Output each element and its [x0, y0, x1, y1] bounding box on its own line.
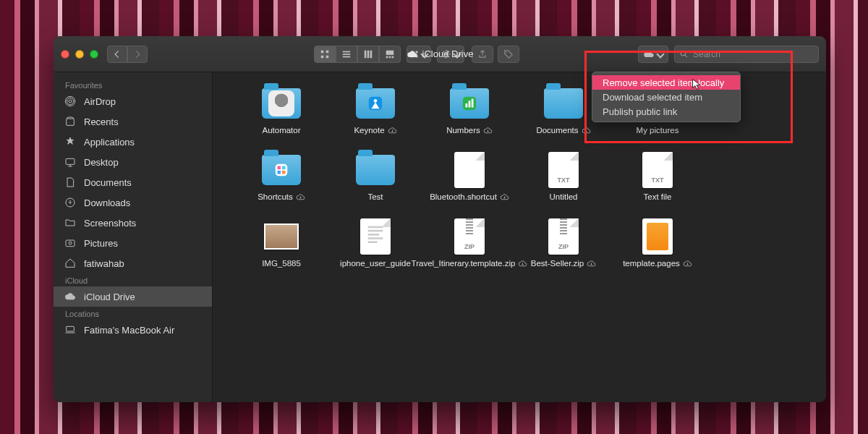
svg-rect-33	[466, 103, 468, 108]
automator-app-icon	[268, 90, 294, 116]
file-item[interactable]: Bluetooth.shortcut	[422, 152, 516, 203]
svg-rect-15	[416, 51, 418, 53]
file-label: Test	[367, 192, 383, 203]
menu-item-publish-link[interactable]: Publish public link	[592, 104, 740, 119]
sidebar-item-screenshots[interactable]: Screenshots	[54, 213, 212, 233]
file-item[interactable]: ZIPTravel_Itinerary.template.zip	[422, 218, 516, 269]
airdrop-icon	[64, 95, 76, 107]
file-item[interactable]: Keynote	[328, 85, 422, 136]
search-field[interactable]	[674, 46, 819, 63]
svg-rect-0	[321, 50, 324, 53]
svg-rect-1	[326, 50, 329, 53]
action-gear-dropdown[interactable]	[437, 46, 464, 63]
file-label: Best-Seller.zip	[531, 259, 584, 269]
share-button[interactable]	[472, 46, 493, 63]
folder-icon	[64, 217, 76, 229]
sidebar-item-pictures[interactable]: Pictures	[54, 233, 212, 253]
file-label: template.pages	[623, 259, 680, 269]
desktop-icon	[64, 156, 76, 168]
sidebar-item-documents[interactable]: Documents	[54, 172, 212, 192]
svg-rect-7	[365, 50, 367, 58]
sidebar-item-recents[interactable]: Recents	[54, 111, 212, 132]
svg-rect-38	[282, 166, 286, 169]
svg-point-21	[69, 100, 72, 103]
file-item[interactable]: iphone_user_guide	[328, 218, 422, 269]
svg-rect-35	[472, 99, 474, 108]
cloud-download-icon	[483, 126, 493, 135]
svg-rect-2	[321, 55, 324, 58]
file-item[interactable]: Shortcuts	[234, 152, 328, 203]
file-item[interactable]: Numbers	[422, 85, 516, 136]
document-icon	[454, 152, 485, 188]
minimize-window-button[interactable]	[75, 50, 84, 59]
tags-button[interactable]	[498, 46, 519, 63]
sidebar-item-applications[interactable]: Applications	[54, 132, 212, 152]
sidebar-item-label: AirDrop	[84, 96, 116, 107]
svg-rect-24	[67, 119, 75, 125]
cloud-icon	[64, 291, 76, 302]
gallery-view-button[interactable]	[379, 46, 401, 63]
svg-rect-25	[66, 158, 75, 164]
close-window-button[interactable]	[61, 50, 69, 59]
menu-item-remove-local[interactable]: Remove selected item locally	[592, 75, 740, 90]
mouse-cursor	[692, 78, 703, 92]
svg-rect-5	[343, 54, 351, 55]
file-label: Shortcuts	[258, 192, 293, 203]
svg-point-19	[506, 51, 507, 53]
sidebar-item-label: fatiwahab	[84, 258, 124, 269]
list-view-button[interactable]	[336, 46, 357, 63]
file-item[interactable]: IMG_5885	[234, 218, 328, 269]
sidebar-item-desktop[interactable]: Desktop	[54, 152, 212, 172]
column-view-button[interactable]	[357, 46, 379, 63]
sidebar-item-airdrop[interactable]: AirDrop	[54, 91, 212, 111]
file-item[interactable]: Automator	[234, 85, 328, 136]
group-by-dropdown[interactable]	[407, 46, 431, 63]
zoom-window-button[interactable]	[90, 50, 98, 59]
applications-icon	[64, 136, 76, 148]
laptop-icon	[64, 324, 76, 336]
file-item[interactable]: ZIPBest-Seller.zip	[516, 218, 610, 269]
cloud-icon	[643, 48, 655, 60]
file-label: Travel_Itinerary.template.zip	[412, 259, 516, 269]
file-label: Untitled	[550, 192, 578, 203]
file-item[interactable]: TXTText file	[610, 152, 705, 203]
back-button[interactable]	[107, 46, 127, 63]
recents-icon	[64, 116, 76, 127]
svg-rect-42	[368, 229, 383, 231]
chevron-down-icon	[656, 50, 664, 58]
file-label: Text file	[644, 192, 672, 203]
file-item[interactable]: TXTUntitled	[516, 152, 610, 203]
sidebar-item-home[interactable]: fatiwahab	[54, 253, 212, 273]
text-document-icon: TXT	[642, 152, 673, 188]
file-label: My pictures	[637, 126, 679, 136]
sidebar-item-downloads[interactable]: Downloads	[54, 192, 212, 213]
file-item[interactable]: template.pages	[610, 218, 705, 269]
folder-icon	[544, 88, 583, 119]
file-label: Automator	[262, 126, 300, 136]
svg-point-31	[374, 99, 378, 103]
svg-rect-29	[67, 326, 75, 331]
document-icon	[360, 218, 391, 255]
search-icon	[679, 49, 689, 59]
menu-item-download[interactable]: Download selected item	[592, 90, 740, 104]
search-input[interactable]	[693, 49, 814, 59]
folder-icon	[356, 155, 395, 185]
zip-archive-icon: ZIP	[548, 218, 579, 255]
cloud-download-icon	[587, 259, 596, 268]
sidebar-item-icloud-drive[interactable]: iCloud Drive	[54, 286, 212, 307]
sidebar: Favourites AirDrop Recents Applications …	[54, 72, 213, 402]
cloud-download-icon	[582, 126, 591, 135]
svg-rect-8	[367, 50, 370, 58]
file-item[interactable]: Test	[328, 152, 422, 203]
folder-icon	[450, 88, 489, 119]
sidebar-item-macbook[interactable]: Fatima's MacBook Air	[54, 320, 212, 340]
icloud-actions-dropdown[interactable]	[638, 46, 668, 63]
file-label: Numbers	[446, 126, 480, 136]
forward-button[interactable]	[127, 46, 148, 63]
sidebar-section-icloud: iCloud	[54, 273, 212, 286]
view-mode-segmented	[314, 46, 401, 63]
svg-point-20	[681, 51, 686, 56]
icon-view-button[interactable]	[314, 46, 336, 63]
svg-rect-10	[386, 50, 394, 54]
sidebar-item-label: iCloud Drive	[84, 292, 135, 302]
